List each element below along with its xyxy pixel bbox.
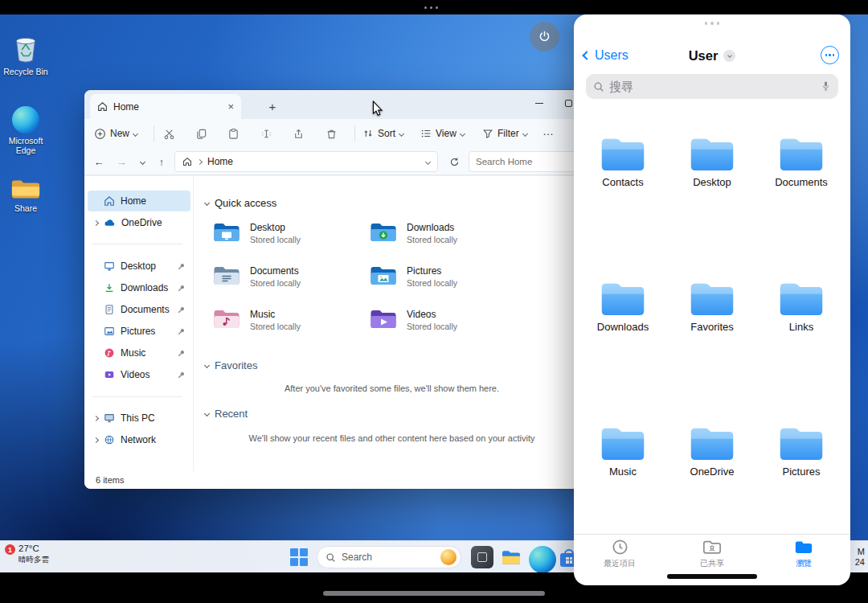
folder-item-downloads[interactable]: Downloads [583, 280, 663, 333]
ios-folder-icon [779, 280, 824, 317]
section-header-quick-access[interactable]: Quick access [205, 197, 276, 209]
rename-button[interactable] [260, 119, 272, 148]
rename-icon [260, 128, 272, 140]
sidebar-item-home[interactable]: Home [88, 191, 190, 211]
home-indicator[interactable] [323, 591, 545, 596]
computer-icon [104, 412, 115, 424]
desktop-icon-share[interactable]: Share [2, 177, 50, 213]
item-name: Videos [407, 309, 457, 320]
sort-button[interactable]: Sort [362, 119, 403, 148]
copy-button[interactable] [195, 119, 207, 148]
sidebar-item-pictures[interactable]: Pictures [88, 321, 190, 342]
chevron-right-icon[interactable] [93, 437, 99, 442]
cut-button[interactable] [163, 119, 175, 148]
sidebar-item-this-pc[interactable]: This PC [88, 408, 190, 429]
refresh-icon [449, 157, 460, 167]
folder-icon [10, 177, 41, 201]
filter-button[interactable]: Filter [482, 119, 527, 148]
window-resize-handle[interactable] [667, 574, 757, 579]
folder-item-pictures[interactable]: Pictures [761, 425, 841, 478]
sidebar-item-network[interactable]: Network [88, 429, 190, 450]
chevron-right-icon[interactable] [93, 415, 99, 420]
folder-item-music[interactable]: Music [583, 425, 663, 478]
paste-button[interactable] [227, 119, 240, 148]
quick-access-item-pictures[interactable]: PicturesStored locally [370, 265, 522, 288]
folder-item-links[interactable]: Links [761, 280, 841, 333]
files-app-panel[interactable]: Users User Contacts Desktop Documents Do… [574, 14, 850, 585]
window-menu-icon[interactable] [574, 22, 850, 25]
folder-item-onedrive[interactable]: OneDrive [672, 425, 752, 478]
explorer-search-input[interactable] [476, 157, 590, 166]
power-button[interactable] [530, 22, 559, 51]
taskbar-file-explorer[interactable] [500, 546, 522, 568]
files-search-input[interactable] [609, 80, 816, 93]
folder-item-documents[interactable]: Documents [761, 135, 841, 188]
folder-item-contacts[interactable]: Contacts [583, 135, 663, 188]
sidebar-item-music[interactable]: Music [88, 343, 190, 363]
delete-button[interactable] [326, 119, 338, 148]
sidebar-item-videos[interactable]: Videos [88, 364, 190, 385]
folder-item-favorites[interactable]: Favorites [672, 280, 752, 333]
close-tab-icon[interactable]: × [227, 101, 234, 112]
chevron-right-icon[interactable] [93, 219, 99, 225]
sidebar-item-label: Pictures [121, 326, 155, 337]
tab-label: 最近項目 [604, 558, 636, 569]
quick-access-item-documents[interactable]: DocumentsStored locally [213, 265, 366, 288]
item-subtitle: Stored locally [407, 322, 457, 331]
search-label: Search [342, 552, 435, 563]
folder-item-desktop[interactable]: Desktop [672, 135, 752, 188]
quick-access-item-videos[interactable]: VideosStored locally [370, 308, 522, 331]
explorer-toolbar: New [84, 119, 601, 148]
toolbar-more-button[interactable]: … [542, 119, 555, 148]
sidebar-item-onedrive[interactable]: OneDrive [88, 212, 190, 233]
back-button[interactable]: ← [89, 152, 108, 171]
section-header-recent[interactable]: Recent [205, 408, 248, 420]
sidebar-item-desktop[interactable]: Desktop [88, 256, 190, 277]
tab-recents[interactable]: 最近項目 [587, 539, 653, 569]
more-options-button[interactable] [821, 46, 839, 64]
forward-button[interactable]: → [112, 152, 131, 171]
sidebar-item-downloads[interactable]: Downloads [88, 277, 190, 298]
section-header-favorites[interactable]: Favorites [205, 359, 257, 371]
files-title-group[interactable]: User [574, 43, 850, 68]
desktop-icon-recycle-bin[interactable]: Recycle Bin [2, 34, 50, 76]
weather-widget[interactable]: 1 27°C 晴時多雲 [5, 544, 49, 564]
up-button[interactable]: ↑ [152, 152, 171, 171]
share-button[interactable] [293, 119, 305, 148]
taskbar-app-dark-icon[interactable] [471, 546, 493, 568]
weather-condition: 晴時多雲 [18, 554, 49, 564]
chevron-down-icon[interactable] [425, 158, 431, 164]
file-explorer-window[interactable]: Home × + × New [84, 90, 601, 489]
view-button[interactable]: View [420, 119, 465, 148]
start-button[interactable] [288, 546, 310, 568]
breadcrumb-item[interactable]: Home [207, 156, 233, 167]
taskbar-search[interactable]: Search [317, 546, 461, 568]
music-icon [104, 347, 115, 359]
new-button[interactable]: New [94, 119, 137, 148]
refresh-button[interactable] [444, 152, 464, 171]
quick-access-item-desktop[interactable]: DesktopStored locally [213, 221, 366, 244]
filter-icon [482, 128, 493, 139]
edge-icon [529, 546, 556, 572]
stage-manager-menu-icon[interactable] [424, 6, 438, 9]
title-menu-icon[interactable] [723, 50, 735, 62]
sidebar-item-documents[interactable]: Documents [88, 299, 190, 320]
recent-locations-button[interactable] [133, 152, 152, 171]
quick-access-item-downloads[interactable]: DownloadsStored locally [370, 221, 522, 244]
quick-access-item-music[interactable]: MusicStored locally [213, 308, 366, 331]
files-search-bar[interactable] [586, 74, 838, 99]
desktop-icon-edge[interactable]: Microsoft Edge [2, 106, 50, 155]
explorer-tab-home[interactable]: Home × [90, 94, 241, 119]
tab-browse[interactable]: 瀏覽 [771, 539, 837, 569]
explorer-sidebar: Home OneDrive Desktop Downloads [84, 176, 194, 471]
tab-shared[interactable]: 已共享 [679, 539, 745, 569]
sidebar-separator [92, 396, 182, 397]
taskbar-edge[interactable] [529, 546, 551, 568]
documents-folder-icon [213, 265, 240, 287]
explorer-content: Quick access DesktopStored locally Dow [194, 176, 601, 471]
breadcrumb[interactable]: Home [174, 151, 438, 172]
folder-name: Contacts [602, 176, 643, 188]
edge-icon [12, 106, 39, 133]
microphone-icon[interactable] [821, 80, 831, 93]
new-tab-button[interactable]: + [263, 96, 282, 116]
